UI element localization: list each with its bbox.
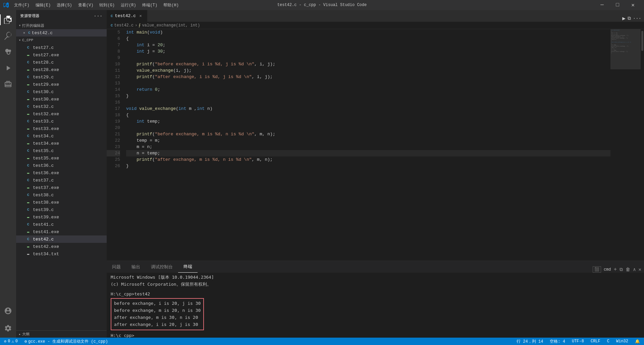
cmd-label: cmd bbox=[604, 267, 611, 272]
file-test36c[interactable]: C test36.c bbox=[16, 162, 107, 169]
code-line-12: printf("after exchange, i is %d, j is %d… bbox=[126, 74, 610, 80]
menu-terminal[interactable]: 终端(T) bbox=[140, 2, 160, 9]
sidebar: 资源管理器 ··· ▾ 打开的编辑器 ✕ C test42.c ▾ C_CPP … bbox=[16, 10, 107, 338]
filename: test27.exe bbox=[33, 53, 59, 58]
file-test34txt[interactable]: ▬ test34.txt bbox=[16, 250, 107, 258]
menu-run[interactable]: 运行(R) bbox=[118, 2, 139, 9]
tab-test42c[interactable]: C test42.c ✕ bbox=[107, 10, 147, 22]
panel-tab-output[interactable]: 输出 bbox=[126, 261, 146, 273]
file-test34c[interactable]: C test34.c bbox=[16, 132, 107, 140]
breadcrumb-sep: › bbox=[135, 23, 137, 28]
file-test35c[interactable]: C test35.c bbox=[16, 147, 107, 154]
terminal-output-1: before exchange, i is 20, j is 30 bbox=[114, 300, 201, 307]
editor-scrollbar[interactable] bbox=[641, 29, 644, 261]
breadcrumb-file[interactable]: test42.c bbox=[114, 23, 134, 28]
add-terminal-icon[interactable]: + bbox=[614, 267, 617, 273]
more-editor-actions-icon[interactable]: ··· bbox=[633, 16, 641, 21]
status-position[interactable]: 行 24，列 14 bbox=[515, 338, 544, 345]
title-bar-menu[interactable]: 文件(F) 编辑(E) 选择(S) 查看(V) 转到(G) 运行(R) 终端(T… bbox=[11, 2, 181, 9]
file-test34exe[interactable]: ▬ test34.exe bbox=[16, 140, 107, 147]
activity-extensions[interactable] bbox=[0, 76, 16, 92]
file-test29exe[interactable]: ▬ test29.exe bbox=[16, 81, 107, 88]
open-editor-filename: test42.c bbox=[32, 30, 53, 36]
file-test29c[interactable]: C test29.c bbox=[16, 73, 107, 81]
c-icon: C bbox=[25, 45, 31, 50]
minimize-button[interactable]: ─ bbox=[594, 0, 610, 10]
close-button[interactable]: ✕ bbox=[625, 0, 641, 10]
filename: test37.c bbox=[33, 178, 54, 183]
menu-view[interactable]: 查看(V) bbox=[75, 2, 96, 9]
file-test30exe[interactable]: ▬ test30.exe bbox=[16, 95, 107, 103]
file-test27c[interactable]: C test27.c bbox=[16, 44, 107, 51]
status-branch[interactable]: Win32 bbox=[615, 338, 630, 345]
file-test35exe[interactable]: ▬ test35.exe bbox=[16, 154, 107, 162]
delete-terminal-icon[interactable]: 🗑 bbox=[626, 267, 630, 272]
file-test32exe[interactable]: ▬ test32.exe bbox=[16, 110, 107, 118]
status-git[interactable]: ⚙ gcc.exe - 生成和调试活动文件 (c_cpp) bbox=[23, 338, 109, 345]
status-spaces[interactable]: 空格: 4 bbox=[548, 338, 567, 345]
panel-content[interactable]: Microsoft Windows [版本 10.0.19044.2364] (… bbox=[107, 273, 644, 338]
filename: test32.c bbox=[33, 104, 54, 109]
file-test41exe[interactable]: ▬ test41.exe bbox=[16, 228, 107, 235]
status-line-ending[interactable]: CRLF bbox=[589, 338, 602, 345]
status-language[interactable]: C bbox=[606, 338, 611, 345]
file-test32c[interactable]: C test32.c bbox=[16, 103, 107, 110]
code-line-15: } bbox=[126, 93, 610, 99]
activity-source-control[interactable] bbox=[0, 44, 16, 60]
file-test37c[interactable]: C test37.c bbox=[16, 177, 107, 184]
menu-goto[interactable]: 转到(G) bbox=[97, 2, 117, 9]
open-editors-section[interactable]: ▾ 打开的编辑器 bbox=[16, 22, 107, 29]
file-test42c[interactable]: C test42.c bbox=[16, 235, 107, 243]
file-test39c[interactable]: C test39.c bbox=[16, 206, 107, 213]
close-panel-icon[interactable]: ✕ bbox=[639, 267, 641, 272]
restore-button[interactable]: □ bbox=[610, 0, 625, 10]
c-icon: C bbox=[25, 222, 31, 227]
exe-icon: ▬ bbox=[25, 170, 31, 176]
menu-help[interactable]: 帮助(H) bbox=[161, 2, 181, 9]
file-test30c[interactable]: C test30.c bbox=[16, 88, 107, 95]
split-editor-icon[interactable]: ⧉ bbox=[628, 16, 631, 21]
activity-search[interactable] bbox=[0, 28, 16, 44]
chevron-right-icon: ▸ bbox=[19, 332, 21, 336]
breadcrumb-symbol[interactable]: value_exchange(int, int) bbox=[142, 23, 200, 28]
menu-file[interactable]: 文件(F) bbox=[11, 2, 32, 9]
c-cpp-section[interactable]: ▾ C_CPP bbox=[16, 37, 107, 44]
status-errors[interactable]: ⊘ 0 ⚠ 0 bbox=[3, 338, 19, 345]
scrollbar-thumb[interactable] bbox=[641, 31, 643, 51]
panel-tab-problems[interactable]: 问题 bbox=[107, 261, 126, 273]
close-editor-icon[interactable]: ✕ bbox=[21, 30, 27, 36]
file-test28exe[interactable]: ▬ test28.exe bbox=[16, 66, 107, 73]
filename: test29.exe bbox=[33, 82, 59, 87]
split-terminal-icon[interactable]: ⧉ bbox=[620, 267, 623, 272]
panel-tab-debug[interactable]: 调试控制台 bbox=[146, 261, 178, 273]
activity-run[interactable] bbox=[0, 60, 16, 76]
warning-icon: ⚠ bbox=[11, 339, 14, 344]
c-icon: C bbox=[25, 74, 31, 80]
open-editor-item[interactable]: ✕ C test42.c bbox=[16, 29, 107, 37]
menu-select[interactable]: 选择(S) bbox=[54, 2, 75, 9]
file-test33c[interactable]: C test33.c bbox=[16, 118, 107, 125]
file-test41c[interactable]: C test41.c bbox=[16, 221, 107, 228]
status-encoding[interactable]: UTF-8 bbox=[571, 338, 585, 345]
activity-settings[interactable] bbox=[0, 320, 16, 336]
activity-explorer[interactable] bbox=[0, 12, 16, 28]
file-test28c[interactable]: C test28.c bbox=[16, 59, 107, 66]
panel-tab-terminal[interactable]: 终端 bbox=[178, 261, 198, 273]
file-test27exe[interactable]: ▬ test27.exe bbox=[16, 51, 107, 59]
file-test36exe[interactable]: ▬ test36.exe bbox=[16, 169, 107, 177]
menu-edit[interactable]: 编辑(E) bbox=[33, 2, 54, 9]
file-test42exe[interactable]: ▬ test42.exe bbox=[16, 243, 107, 250]
code-content[interactable]: int main(void) { int i = 20; int j = 30; bbox=[123, 29, 610, 261]
status-notifications[interactable]: 🔔 bbox=[634, 338, 641, 345]
outline-section[interactable]: ▸ 大纲 bbox=[16, 330, 107, 338]
activity-account[interactable] bbox=[0, 303, 16, 319]
file-test37exe[interactable]: ▬ test37.exe bbox=[16, 184, 107, 191]
more-actions-icon[interactable]: ··· bbox=[94, 13, 103, 19]
chevron-up-icon[interactable]: ∧ bbox=[633, 267, 636, 272]
file-test38c[interactable]: C test38.c bbox=[16, 191, 107, 199]
tab-close-icon[interactable]: ✕ bbox=[138, 13, 143, 19]
file-test39exe[interactable]: ▬ test39.exe bbox=[16, 213, 107, 221]
run-icon[interactable]: ▶ bbox=[622, 15, 626, 22]
file-test33exe[interactable]: ▬ test33.exe bbox=[16, 125, 107, 132]
file-test38exe[interactable]: ▬ test38.exe bbox=[16, 199, 107, 206]
